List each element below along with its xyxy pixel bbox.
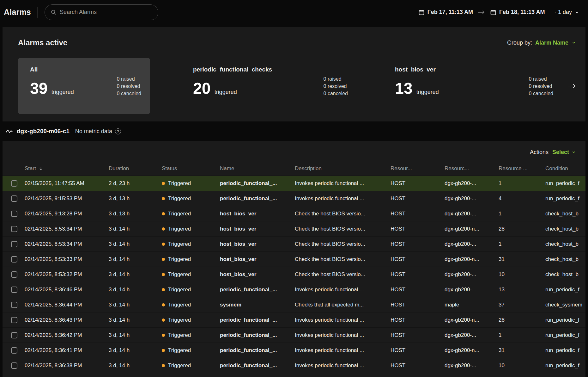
table-row[interactable]: 02/14/2025, 8:53:33 PM 3 d, 14 h Trigger… xyxy=(3,252,585,267)
cell-duration: 3 d, 14 h xyxy=(109,287,162,293)
cell-resource-type: HOST xyxy=(391,195,445,202)
row-checkbox[interactable] xyxy=(11,362,17,369)
card-count-label: triggered xyxy=(52,89,74,96)
table-row[interactable]: 02/14/2025, 8:36:41 PM 3 d, 14 h Trigger… xyxy=(3,343,585,358)
row-checkbox[interactable] xyxy=(11,256,17,263)
row-checkbox-cell xyxy=(3,347,25,354)
table-row[interactable]: 02/14/2025, 8:36:46 PM 3 d, 14 h Trigger… xyxy=(3,282,585,297)
cell-condition: check_host_b xyxy=(545,211,585,217)
cell-description: Invokes periodic functional ... xyxy=(295,347,391,354)
status-dot-icon xyxy=(162,197,165,200)
cell-description: Check the host BIOS versio... xyxy=(295,211,391,217)
cell-description: Check the host BIOS versio... xyxy=(295,271,391,278)
cell-status: Triggered xyxy=(162,287,220,293)
cell-condition: run_periodic_f xyxy=(545,287,585,293)
row-checkbox[interactable] xyxy=(11,347,17,354)
table-row[interactable]: 02/14/2025, 8:36:43 PM 3 d, 14 h Trigger… xyxy=(3,312,585,328)
cell-name: host_bios_ver xyxy=(220,271,295,278)
cell-resource-type: HOST xyxy=(391,256,445,263)
cell-resource-id: 10 xyxy=(499,362,545,369)
table-row[interactable]: 02/14/2025, 9:15:53 PM 3 d, 13 h Trigger… xyxy=(3,191,585,206)
row-checkbox[interactable] xyxy=(11,332,17,338)
table-row[interactable]: 02/14/2025, 8:53:34 PM 3 d, 14 h Trigger… xyxy=(3,237,585,252)
header-status[interactable]: Status xyxy=(162,165,220,172)
table-row[interactable]: 02/15/2025, 11:47:55 AM 2 d, 23 h Trigge… xyxy=(3,176,585,191)
cell-resource-id: 1 xyxy=(499,211,545,217)
row-checkbox[interactable] xyxy=(11,317,17,323)
card-stats: 0 raised 0 resolved 0 canceled xyxy=(112,66,141,107)
cell-resource-name: dgx-gb200-... xyxy=(445,180,499,187)
row-checkbox[interactable] xyxy=(11,302,17,308)
group-by-label: Group by: xyxy=(507,40,532,46)
cell-status: Triggered xyxy=(162,256,220,263)
actions-select-dropdown[interactable]: Select xyxy=(552,149,576,156)
cell-resource-id: 28 xyxy=(499,317,545,323)
range-duration-select[interactable]: ~ 1 day xyxy=(553,9,579,15)
card-main: host_bios_ver 13 triggered xyxy=(395,66,439,107)
help-icon[interactable]: ? xyxy=(115,128,121,134)
table-row[interactable]: 02/14/2025, 8:53:32 PM 3 d, 14 h Trigger… xyxy=(3,267,585,282)
cell-resource-type: HOST xyxy=(391,241,445,247)
cell-resource-type: HOST xyxy=(391,362,445,369)
cell-start: 02/14/2025, 8:53:34 PM xyxy=(25,241,109,247)
table-row[interactable]: 02/14/2025, 8:53:34 PM 3 d, 14 h Trigger… xyxy=(3,221,585,237)
card-resolved: 0 resolved xyxy=(324,83,348,89)
cell-status: Triggered xyxy=(162,332,220,338)
card-count: 20 xyxy=(193,81,211,96)
alarm-group-card[interactable]: All 39 triggered 0 raised 0 resolved 0 c… xyxy=(18,58,150,114)
header-resource-id[interactable]: Resource ... xyxy=(499,165,545,172)
header-resource-type[interactable]: Resour... xyxy=(391,165,445,172)
status-label: Triggered xyxy=(168,347,191,354)
cell-resource-id: 1 xyxy=(499,332,545,338)
cell-resource-name: dgx-gb200-... xyxy=(445,332,499,338)
status-label: Triggered xyxy=(168,256,191,263)
cell-name: sysmem xyxy=(220,302,295,308)
cell-duration: 3 d, 14 h xyxy=(109,256,162,263)
cell-condition: check_host_b xyxy=(545,271,585,278)
search-input[interactable] xyxy=(60,9,152,15)
status-dot-icon xyxy=(162,273,165,276)
cell-resource-type: HOST xyxy=(391,271,445,278)
alarm-group-card[interactable]: host_bios_ver 13 triggered 0 raised 0 re… xyxy=(383,58,562,114)
table-row[interactable]: 02/14/2025, 9:13:28 PM 3 d, 13 h Trigger… xyxy=(3,206,585,221)
cell-status: Triggered xyxy=(162,180,220,187)
card-title: All xyxy=(30,66,74,73)
cell-name: periodic_functional_... xyxy=(220,362,295,369)
cell-start: 02/14/2025, 9:15:53 PM xyxy=(25,195,109,202)
row-checkbox[interactable] xyxy=(11,287,17,293)
scroll-right-icon[interactable] xyxy=(568,58,576,114)
header-resource-name[interactable]: Resourc... xyxy=(445,165,499,172)
cell-status: Triggered xyxy=(162,271,220,278)
cell-condition: run_periodic_f xyxy=(545,317,585,323)
row-checkbox[interactable] xyxy=(11,180,17,187)
header-condition[interactable]: Condition xyxy=(545,165,585,172)
status-label: Triggered xyxy=(168,332,191,338)
group-by-control[interactable]: Group by: Alarm Name xyxy=(507,40,576,46)
table-row[interactable]: 02/14/2025, 8:36:38 PM 3 d, 14 h Trigger… xyxy=(3,358,585,373)
header-duration[interactable]: Duration xyxy=(109,165,162,172)
header-name[interactable]: Name xyxy=(220,165,295,172)
row-checkbox[interactable] xyxy=(11,195,17,202)
alarm-group-card[interactable]: periodic_functional_checks 20 triggered … xyxy=(181,58,357,114)
date-from[interactable]: Feb 17, 11:13 AM xyxy=(418,9,473,15)
cell-condition: check_host_b xyxy=(545,256,585,263)
row-checkbox[interactable] xyxy=(11,211,17,217)
header-start[interactable]: Start xyxy=(25,165,109,172)
date-to[interactable]: Feb 18, 11:13 AM xyxy=(490,9,545,15)
status-dot-icon xyxy=(162,334,165,337)
row-checkbox[interactable] xyxy=(11,241,17,247)
cell-duration: 3 d, 13 h xyxy=(109,195,162,202)
row-checkbox[interactable] xyxy=(11,271,17,278)
alarms-active-title: Alarms active xyxy=(18,38,67,47)
row-checkbox[interactable] xyxy=(11,226,17,232)
sort-desc-icon[interactable] xyxy=(39,166,43,171)
cell-resource-type: HOST xyxy=(391,180,445,187)
table-row[interactable]: 02/14/2025, 8:36:44 PM 3 d, 14 h Trigger… xyxy=(3,297,585,312)
search-box[interactable] xyxy=(45,4,158,20)
cell-resource-id: 1 xyxy=(499,241,545,247)
header-description[interactable]: Description xyxy=(295,165,391,172)
cell-resource-id: 10 xyxy=(499,271,545,278)
table-row[interactable]: 02/14/2025, 8:36:42 PM 3 d, 14 h Trigger… xyxy=(3,328,585,343)
cell-resource-type: HOST xyxy=(391,317,445,323)
row-checkbox-cell xyxy=(3,271,25,278)
